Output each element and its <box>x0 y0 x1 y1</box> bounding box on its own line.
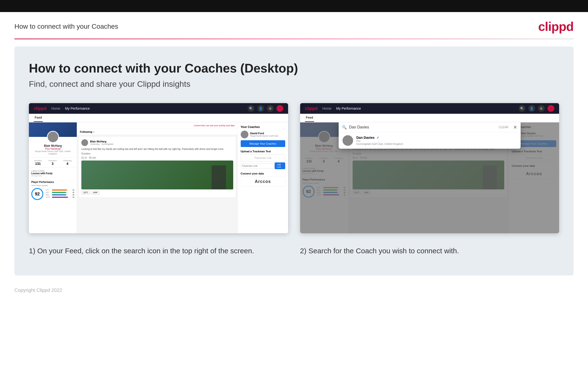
feed-post-1: Blair McHarg Yesterday · Sunningdale Loo… <box>79 137 236 197</box>
step-1-text: 1) On your Feed, click on the search ico… <box>29 245 288 256</box>
page-title: How to connect with your Coaches <box>14 23 118 30</box>
feed-control-bar-1[interactable]: Control who can see your activity and da… <box>77 122 237 129</box>
latest-activity-1: Latest Activity Lesson with Fordy 03 Aug… <box>29 168 77 179</box>
feed-tab-1[interactable]: Feed <box>34 116 43 122</box>
footer: Copyright Clippd 2022 <box>0 283 588 298</box>
screenshot-1: clippd Home My Performance 🔍 👤 ⚙ Feed <box>29 103 288 233</box>
screenshot-2: clippd Home My Performance 🔍 👤 ⚙ Feed <box>300 103 559 233</box>
search-icon-overlay: 🔍 <box>342 125 347 130</box>
stat-followers: Followers 3 <box>48 159 57 166</box>
copyright-text: Copyright Clippd 2022 <box>14 287 62 293</box>
profile-banner-1 <box>29 122 77 137</box>
user-icon[interactable]: 👤 <box>257 105 264 112</box>
settings-icon[interactable]: ⚙ <box>267 105 274 112</box>
user-avatar[interactable] <box>277 105 283 112</box>
search-clear-btn[interactable]: CLEAR <box>499 126 508 129</box>
search-icon-2[interactable]: 🔍 <box>519 105 526 112</box>
header: How to connect with your Coaches clippd <box>0 12 588 38</box>
screenshot-2-col: clippd Home My Performance 🔍 👤 ⚙ Feed <box>300 103 559 233</box>
trackman-section-1: Upload a Trackman Test Trackman Link Add… <box>241 150 285 169</box>
coaches-panel-1: Your Coaches David Ford Royal North Devo… <box>237 122 288 233</box>
nav-myperformance-1[interactable]: My Performance <box>65 107 90 110</box>
steps-row: 1) On your Feed, click on the search ico… <box>29 245 559 256</box>
verified-badge: ✓ <box>377 136 379 139</box>
manage-coaches-btn-1[interactable]: Manage Your Coaches <box>241 140 285 147</box>
bar-app: APP 85 <box>46 192 74 193</box>
chevron-down-icon: ▾ <box>93 131 94 133</box>
profile-club-1: Royal North Devon Golf Club, United King… <box>31 150 74 155</box>
result-info: Dan Davies ✓ Pro Sunningdale Golf Club, … <box>356 136 403 145</box>
nav-icons-2: 🔍 👤 ⚙ <box>519 105 554 112</box>
search-close-btn[interactable]: ✕ <box>513 124 517 130</box>
screenshots-row: clippd Home My Performance 🔍 👤 ⚙ Feed <box>29 103 559 233</box>
bar-arg: ARG 86 <box>46 194 74 196</box>
feed-panel-1: Control who can see your activity and da… <box>77 122 237 233</box>
search-icon[interactable]: 🔍 <box>248 105 255 112</box>
add-link-btn-1[interactable]: Add Link <box>275 162 285 169</box>
coach-item-1: David Ford Royal North Devon Golf Club <box>241 131 285 138</box>
nav-icons-1: 🔍 👤 ⚙ <box>248 105 283 112</box>
nav-home-1[interactable]: Home <box>51 107 60 110</box>
stat-following: Following 4 <box>63 159 71 166</box>
following-bar-1: Following ▾ <box>77 129 237 135</box>
score-bars-1: OTT 90 APP 85 <box>46 189 74 199</box>
post-btns-1: OTT APP <box>81 190 233 195</box>
result-avatar <box>342 135 353 146</box>
profile-handicap-1: Plus Handicap <box>31 147 74 150</box>
result-role: Pro <box>356 139 403 142</box>
post-avatar-1 <box>81 139 88 146</box>
bar-ott: OTT 90 <box>46 189 74 191</box>
clippd-logo: clippd <box>538 19 574 34</box>
profile-panel-1: Blair McHarg Plus Handicap Royal North D… <box>29 122 77 233</box>
score-circle-1: 92 <box>31 188 43 200</box>
header-divider <box>14 38 574 39</box>
search-input-bar: 🔍 Dan Davies CLEAR ✕ <box>339 122 521 132</box>
result-club: Sunningdale Golf Club, United Kingdom <box>356 142 403 145</box>
user-avatar-2[interactable] <box>548 105 554 112</box>
arccos-logo-1: Arccos <box>241 176 285 187</box>
app-logo-2: clippd <box>305 106 318 111</box>
profile-name-1: Blair McHarg <box>31 144 74 147</box>
feed-tab-bar-1: Feed <box>29 114 288 122</box>
main-title: How to connect with your Coaches (Deskto… <box>29 61 559 75</box>
app-logo-1: clippd <box>34 106 46 111</box>
bar-putt: PUTT 96 <box>46 196 74 198</box>
trackman-placeholder: Trackman Link <box>241 154 285 161</box>
coach-avatar-1 <box>241 131 248 138</box>
feed-tab-bar-2: Feed <box>300 114 559 122</box>
score-circle-wrap-1: 92 OTT 90 APP <box>31 188 74 200</box>
profile-avatar-1 <box>47 131 59 143</box>
main-subtitle: Find, connect and share your Clippd insi… <box>29 79 559 89</box>
app-btn[interactable]: APP <box>91 190 100 195</box>
trackman-input-1[interactable] <box>241 163 274 168</box>
app-nav-1: clippd Home My Performance 🔍 👤 ⚙ <box>29 103 288 114</box>
step-2-text: 2) Search for the Coach you wish to conn… <box>300 245 559 256</box>
profile-stats-1: Activities 131 Followers 3 Following 4 <box>29 157 77 168</box>
app-body-2: Blair McHarg Plus Handicap Royal North D… <box>300 122 559 233</box>
search-box: 🔍 Dan Davies CLEAR ✕ Dan Davies ✓ <box>339 122 521 149</box>
search-query-text[interactable]: Dan Davies <box>349 125 496 129</box>
golfer-figure <box>211 165 226 189</box>
ott-btn[interactable]: OTT <box>81 190 90 195</box>
feed-tab-2[interactable]: Feed <box>305 116 314 122</box>
connect-section-1: Connect your data Arccos <box>241 172 285 187</box>
result-name: Dan Davies ✓ <box>356 136 403 139</box>
post-image-1 <box>81 160 233 189</box>
stat-activities: Activities 131 <box>34 159 42 166</box>
post-duration-1: Duration <box>81 152 233 155</box>
step-1-col: 1) On your Feed, click on the search ico… <box>29 245 288 256</box>
post-header-1: Blair McHarg Yesterday · Sunningdale <box>81 139 233 146</box>
search-result-1[interactable]: Dan Davies ✓ Pro Sunningdale Golf Club, … <box>339 132 521 149</box>
performance-panel-1: Player Performance Total Player Quality … <box>29 179 77 202</box>
app-nav-2: clippd Home My Performance 🔍 👤 ⚙ <box>300 103 559 114</box>
screenshot-1-col: clippd Home My Performance 🔍 👤 ⚙ Feed <box>29 103 288 233</box>
main-content: How to connect with your Coaches (Deskto… <box>14 46 574 276</box>
step-2-col: 2) Search for the Coach you wish to conn… <box>300 245 559 256</box>
nav-home-2[interactable]: Home <box>323 107 331 110</box>
user-icon-2[interactable]: 👤 <box>528 105 535 112</box>
settings-icon-2[interactable]: ⚙ <box>538 105 545 112</box>
nav-myperformance-2[interactable]: My Performance <box>336 107 361 110</box>
top-bar <box>0 0 588 12</box>
app-body-1: Blair McHarg Plus Handicap Royal North D… <box>29 122 288 233</box>
